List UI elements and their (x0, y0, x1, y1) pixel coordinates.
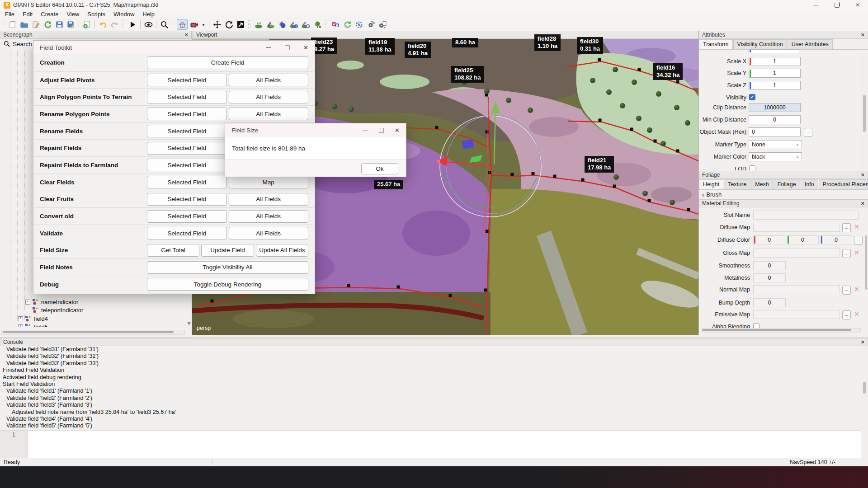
create-field-button[interactable]: Create Field (147, 56, 308, 69)
selected-field-button[interactable]: Selected Field (147, 159, 227, 171)
camera-tool-icon[interactable] (189, 19, 199, 30)
attributes-scrollbar[interactable] (862, 50, 867, 170)
play-icon[interactable] (127, 19, 138, 30)
visibility-icon[interactable] (143, 19, 154, 30)
selected-field-button[interactable]: Selected Field (147, 227, 227, 239)
input-min-clip-distance[interactable]: 0 (749, 115, 801, 124)
material-input-1[interactable] (753, 223, 840, 232)
selected-field-button[interactable]: Selected Field (147, 210, 227, 223)
tree-item-nameIndicator[interactable]: +nameIndicator (25, 298, 78, 306)
terrain-info-icon[interactable]: i (288, 19, 299, 30)
tree-item-teleportIndicator[interactable]: teleportIndicator (25, 306, 83, 314)
menu-file[interactable]: File (1, 11, 19, 18)
selected-field-button[interactable]: Selected Field (147, 108, 227, 120)
selected-field-button[interactable]: Selected Field (147, 193, 227, 206)
expand-icon[interactable]: + (18, 324, 23, 327)
material-input-0[interactable] (753, 211, 859, 220)
menu-scripts[interactable]: Scripts (83, 11, 109, 18)
color-channel-input[interactable]: 0 (820, 235, 852, 244)
tab-visibility-condition[interactable]: Visibility Condition (733, 39, 787, 49)
tree-scroll-down-icon[interactable]: ▼ (187, 321, 191, 326)
menu-view[interactable]: View (62, 11, 83, 18)
save-as-icon[interactable] (66, 19, 76, 30)
tab-height[interactable]: Height (699, 179, 723, 189)
chevron-down-icon[interactable]: ▾ (200, 19, 207, 30)
gear-export-icon[interactable] (377, 19, 388, 30)
ellipsis-button[interactable]: ... (842, 310, 851, 319)
dialog-close-icon[interactable]: ✕ (303, 44, 308, 51)
selected-field-button[interactable]: Selected Field (147, 176, 227, 188)
get-total-button[interactable]: Get Total (147, 244, 199, 257)
scale-icon[interactable] (235, 19, 246, 30)
rotate-icon[interactable] (223, 19, 234, 30)
terrain-farmland-icon[interactable]: F (300, 19, 311, 30)
material-scrollbar[interactable] (865, 226, 868, 326)
scenegraph-close-icon[interactable]: ✕ (184, 32, 189, 38)
field-size-titlebar[interactable]: Field Size — ✕ (225, 123, 406, 137)
material-input-8[interactable] (753, 310, 840, 319)
update-field-button[interactable]: Update Field (201, 244, 254, 257)
dialog-maximize-icon[interactable] (379, 128, 384, 133)
color-channel-input[interactable]: 0 (753, 235, 785, 244)
edit-notes-icon[interactable] (30, 19, 41, 30)
input-object-mask-hex-[interactable]: 0 (749, 127, 801, 136)
redo-icon[interactable] (109, 19, 120, 30)
all-fields-button[interactable]: All Fields (229, 193, 309, 206)
dropdown-marker-type[interactable]: None∨ (749, 140, 802, 149)
delete-map-icon[interactable]: ✕ (854, 223, 859, 230)
import-icon[interactable] (81, 19, 92, 30)
menu-edit[interactable]: Edit (19, 11, 37, 18)
tab-info[interactable]: Info (801, 179, 818, 189)
checkbox-checked[interactable]: ✔ (749, 94, 755, 100)
delete-map-icon[interactable]: ✕ (854, 286, 859, 293)
material-input-6[interactable] (753, 285, 840, 294)
delete-map-icon[interactable]: ✕ (854, 249, 859, 256)
map-button[interactable]: Map (229, 176, 309, 188)
reload-icon[interactable] (42, 19, 53, 30)
console-log[interactable]: Validate field 'field31' (Farmland '31')… (0, 346, 861, 430)
translate-icon[interactable] (212, 19, 222, 30)
all-fields-button[interactable]: All Fields (229, 210, 309, 223)
material-hscrollbar[interactable] (701, 328, 861, 333)
checkbox-unchecked[interactable] (749, 165, 755, 170)
ellipsis-button[interactable]: ... (804, 128, 812, 137)
material-input-3[interactable] (753, 249, 840, 258)
expand-icon[interactable]: + (25, 300, 30, 305)
toggle-debug-rendering-button[interactable]: Toggle Debug Rendering (147, 278, 308, 291)
home-icon[interactable] (177, 19, 188, 30)
delete-map-icon[interactable]: ✕ (854, 310, 859, 318)
material-close-icon[interactable]: ✕ (861, 201, 865, 206)
console-scrollbar[interactable] (861, 346, 868, 430)
input-scale-z[interactable]: 1 (749, 81, 801, 90)
ellipsis-button[interactable]: ... (842, 223, 851, 232)
ellipsis-button[interactable]: ... (842, 286, 851, 295)
all-fields-button[interactable]: All Fields (229, 227, 309, 239)
input-clip-distance[interactable]: 1000000 (749, 103, 801, 112)
field-toolkit-titlebar[interactable]: Field Toolkit — ✕ (33, 41, 315, 54)
new-file-icon[interactable] (7, 19, 18, 30)
color-channel-input[interactable]: 0 (787, 235, 819, 244)
foliage-paint-icon[interactable] (277, 19, 288, 30)
tab-mesh[interactable]: Mesh (751, 179, 773, 189)
ellipsis-button[interactable]: ... (842, 249, 851, 258)
tab-transform[interactable]: Transform (699, 39, 733, 49)
close-icon[interactable]: ✕ (847, 0, 868, 10)
ellipsis-button[interactable]: ... (854, 236, 863, 245)
restore-icon[interactable] (826, 0, 847, 10)
tree-placement-icon[interactable] (312, 19, 323, 30)
script-reload-icon[interactable] (342, 19, 353, 30)
tab-user-attributes[interactable]: User Attributes (788, 39, 833, 49)
menu-create[interactable]: Create (37, 11, 62, 18)
viewport-tab[interactable]: Viewport (196, 32, 217, 38)
attributes-close-icon[interactable]: ✕ (861, 32, 865, 38)
input-scale-y[interactable]: 1 (749, 69, 801, 78)
input-scale-x[interactable]: 1 (749, 57, 801, 66)
tree-item-field4[interactable]: +field4 (18, 315, 48, 323)
foliage-close-icon[interactable]: ✕ (861, 172, 865, 178)
dialog-close-icon[interactable]: ✕ (395, 127, 400, 134)
terrain-paint-icon[interactable] (265, 19, 276, 30)
menu-help[interactable]: Help (138, 11, 159, 18)
gear-rotate-icon[interactable] (365, 19, 376, 30)
all-fields-button[interactable]: All Fields (229, 74, 309, 86)
update-all-fields-button[interactable]: Update All Fields (256, 244, 308, 257)
